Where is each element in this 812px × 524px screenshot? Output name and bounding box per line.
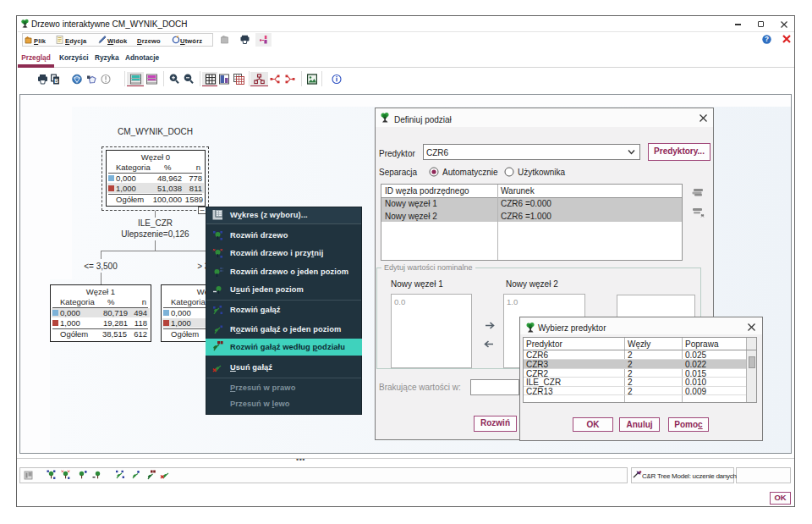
svg-text:B: B: [54, 78, 58, 84]
svg-text:?: ?: [765, 36, 769, 43]
